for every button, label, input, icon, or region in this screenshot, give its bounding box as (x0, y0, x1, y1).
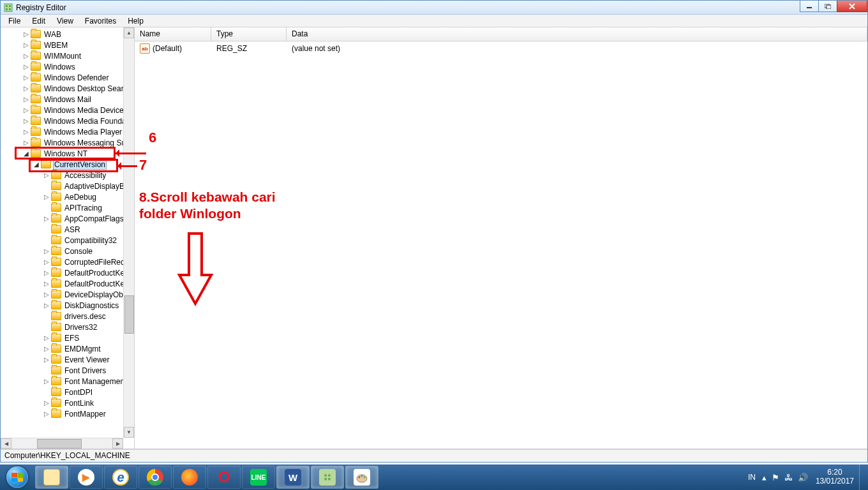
tree-item[interactable]: ▷AppCompatFlags (2, 213, 134, 224)
tree-item[interactable]: ▷WAB (2, 29, 134, 40)
tree-item[interactable]: ▷FontMapper (2, 408, 134, 419)
expand-icon[interactable]: ▷ (22, 117, 29, 124)
tree-item[interactable]: AdaptiveDisplayB (2, 181, 134, 191)
tree-item[interactable]: ▷Windows Mail (2, 94, 134, 105)
minimize-button[interactable] (800, 1, 819, 12)
expand-icon[interactable]: ▷ (43, 302, 50, 309)
scroll-right-arrow[interactable]: ▶ (112, 438, 123, 449)
tree-item[interactable]: ▷DeviceDisplayObj (2, 289, 134, 300)
expand-icon[interactable]: ▷ (43, 248, 50, 255)
tree-item[interactable]: ▷Windows Media Device M (2, 105, 134, 115)
taskbar-word[interactable]: W (276, 466, 310, 489)
tree-item[interactable]: ▷Console (2, 246, 134, 256)
expand-icon[interactable]: ▷ (43, 291, 50, 298)
tree-item[interactable]: ▷CorruptedFileRec (2, 256, 134, 267)
expand-icon[interactable]: ▷ (43, 269, 50, 276)
menu-favorites[interactable]: Favorites (80, 15, 121, 27)
vscroll-thumb[interactable] (124, 295, 134, 334)
tree-item[interactable]: ▷WIMMount (2, 50, 134, 61)
tree-pane[interactable]: ▷WAB▷WBEM▷WIMMount▷Windows▷Windows Defen… (1, 27, 135, 449)
tree-item[interactable]: ▷Event Viewer (2, 354, 134, 365)
tree-item[interactable]: Compatibility32 (2, 235, 134, 246)
scroll-down-arrow[interactable]: ▼ (124, 427, 134, 438)
expand-icon[interactable]: ▷ (22, 74, 29, 81)
tree-item[interactable]: ▷EMDMgmt (2, 343, 134, 354)
expand-icon[interactable]: ▷ (43, 356, 50, 363)
scroll-left-arrow[interactable]: ◀ (1, 438, 11, 449)
menu-file[interactable]: File (3, 15, 26, 27)
taskbar-ie[interactable]: e (104, 466, 137, 489)
expand-icon[interactable]: ▷ (43, 345, 50, 352)
tray-up-icon[interactable]: ▴ (760, 471, 769, 484)
tree-item[interactable]: ▷Windows Defender (2, 72, 134, 83)
expand-icon[interactable]: ▷ (43, 334, 50, 341)
expand-icon[interactable]: ▷ (22, 63, 29, 70)
col-data[interactable]: Data (287, 27, 867, 41)
action-center-icon[interactable]: ⚑ (769, 471, 782, 484)
language-indicator[interactable]: IN (744, 471, 760, 483)
taskbar-paint[interactable] (345, 466, 378, 489)
taskbar-explorer[interactable] (35, 466, 68, 489)
tree-item[interactable]: ▷DefaultProductKe (2, 278, 134, 289)
taskbar-firefox[interactable] (173, 466, 206, 489)
tree-item[interactable]: ▷EFS (2, 332, 134, 343)
expand-icon[interactable]: ▷ (43, 193, 50, 200)
expand-icon[interactable]: ▷ (22, 128, 29, 135)
registry-tree[interactable]: ▷WAB▷WBEM▷WIMMount▷Windows▷Windows Defen… (1, 27, 134, 420)
tree-item[interactable]: ▷Font Management (2, 376, 134, 387)
expand-icon[interactable]: ▷ (22, 41, 29, 48)
hscroll-thumb[interactable] (37, 439, 82, 449)
tree-item[interactable]: ▷FontLink (2, 397, 134, 408)
titlebar[interactable]: Registry Editor (1, 1, 867, 15)
taskbar-chrome[interactable] (138, 466, 172, 489)
scroll-up-arrow[interactable]: ▲ (124, 27, 134, 38)
menu-help[interactable]: Help (123, 15, 149, 27)
menu-edit[interactable]: Edit (27, 15, 50, 27)
expand-icon[interactable]: ▷ (43, 378, 50, 385)
tree-vscrollbar[interactable]: ▲ ▼ (123, 27, 134, 438)
show-desktop-button[interactable] (859, 464, 865, 490)
tree-item[interactable]: ▷DefaultProductKe (2, 267, 134, 278)
close-button[interactable] (837, 1, 867, 12)
tree-item[interactable]: ▷Windows Desktop Search (2, 83, 134, 94)
tree-item[interactable]: ▷WBEM (2, 40, 134, 50)
expand-icon[interactable]: ▷ (43, 280, 50, 287)
expand-icon[interactable]: ▷ (43, 215, 50, 222)
expand-icon[interactable]: ▷ (43, 399, 50, 406)
tree-item[interactable]: ASR (2, 224, 134, 235)
expand-icon[interactable]: ▷ (22, 31, 29, 38)
list-pane[interactable]: Name Type Data ab (Default) REG_SZ (valu… (135, 27, 867, 449)
expand-icon[interactable]: ▷ (22, 52, 29, 59)
volume-icon[interactable]: 🔊 (795, 471, 811, 484)
taskbar-wmp[interactable]: ▶ (70, 466, 103, 489)
expand-icon[interactable]: ▷ (43, 258, 50, 265)
expand-icon[interactable]: ▷ (43, 172, 50, 179)
expand-icon[interactable]: ▷ (22, 107, 29, 114)
col-name[interactable]: Name (135, 27, 211, 41)
tree-item[interactable]: ▷Windows Media Player N (2, 126, 134, 137)
maximize-button[interactable] (818, 1, 837, 12)
tree-item[interactable]: Font Drivers (2, 365, 134, 376)
tree-item[interactable]: ▷Windows Media Foundat (2, 115, 134, 126)
taskbar-regedit[interactable] (311, 466, 344, 489)
expand-icon[interactable]: ▷ (22, 139, 29, 146)
taskbar-opera[interactable]: O (207, 466, 241, 489)
col-type[interactable]: Type (211, 27, 287, 41)
start-button[interactable] (0, 464, 34, 490)
tree-item[interactable]: FontDPI (2, 387, 134, 397)
taskbar[interactable]: ▶ e O LINE W IN ▴ ⚑ 🖧 🔊 6:20 13/01/2017 (0, 464, 868, 490)
tree-item[interactable]: ▷DiskDiagnostics (2, 300, 134, 311)
expand-icon[interactable]: ▷ (22, 96, 29, 103)
tree-item[interactable]: Drivers32 (2, 322, 134, 332)
tree-item[interactable]: ▷AeDebug (2, 191, 134, 202)
network-icon[interactable]: 🖧 (782, 471, 795, 484)
tree-item[interactable]: drivers.desc (2, 311, 134, 322)
clock[interactable]: 6:20 13/01/2017 (811, 467, 859, 487)
tree-item[interactable]: APITracing (2, 202, 134, 213)
expand-icon[interactable]: ▷ (43, 410, 50, 417)
taskbar-line[interactable]: LINE (242, 466, 275, 489)
list-row[interactable]: ab (Default) REG_SZ (value not set) (135, 43, 867, 54)
expand-icon[interactable]: ▷ (22, 85, 29, 92)
menu-view[interactable]: View (52, 15, 79, 27)
tree-item[interactable]: ▷Windows (2, 61, 134, 72)
